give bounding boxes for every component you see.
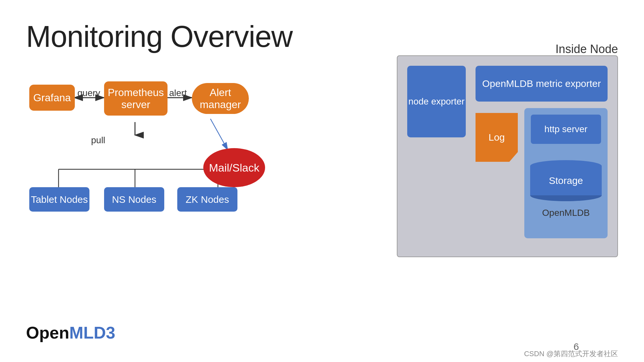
prometheus-box: Prometheus server [104,81,168,116]
openmldb-inner-label: OpenMLDB [542,208,590,218]
logo-mldb-text: MLD3 [69,323,115,342]
inside-node-container: node exporter OpenMLDB metric exporter L… [397,55,618,257]
inside-node-label: Inside Node [556,42,618,56]
openmldb-metric-box: OpenMLDB metric exporter [476,66,608,102]
log-box: Log [476,113,518,162]
tablet-nodes-box: Tablet Nodes [29,187,89,212]
alert-label: alert [169,88,187,98]
node-exporter-box: node exporter [407,66,466,137]
logo: Open MLD3 [26,323,115,342]
node-inner: node exporter OpenMLDB metric exporter L… [397,56,617,257]
storage-top [530,160,602,172]
http-server-box: http server [531,115,601,144]
page-title: Monitoring Overview [26,20,618,54]
ns-nodes-box: NS Nodes [104,187,164,212]
svg-line-8 [210,119,228,150]
diagram-area: Grafana Prometheus server Alert manager … [26,72,273,234]
query-label: query [77,88,100,98]
openmldb-inner-box: http server Storage OpenMLDB [524,108,608,238]
logo-open-text: Open [26,323,69,342]
slide: Monitoring Overview Inside Node [0,0,644,362]
zk-nodes-box: ZK Nodes [177,187,237,212]
footer-text: CSDN @第四范式开发者社区 [524,349,618,359]
pull-label: pull [91,135,105,146]
alert-manager-box: Alert manager [192,83,249,114]
mail-slack-box: Mail/Slack [203,148,265,187]
grafana-box: Grafana [29,85,75,111]
